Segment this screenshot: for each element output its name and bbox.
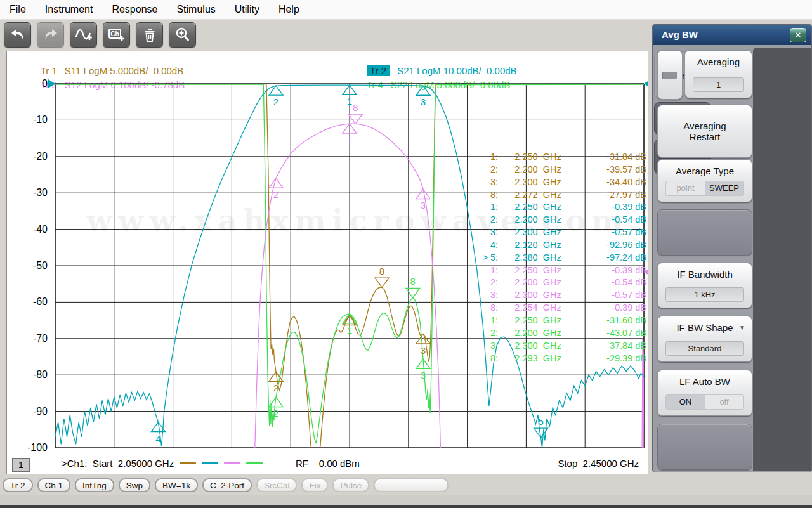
status-inttrig[interactable]: IntTrig <box>75 478 114 492</box>
average-type-button[interactable]: Average Type point SWEEP <box>657 159 752 202</box>
averaging-enable-button[interactable] <box>657 50 683 100</box>
panel-close-button[interactable]: × <box>790 28 806 42</box>
panel-title-bar: Avg BW × <box>653 25 811 45</box>
redo-icon <box>43 27 59 42</box>
add-trace-icon <box>75 27 93 43</box>
chevron-down-icon: ▼ <box>739 324 745 331</box>
trash-icon <box>142 27 157 42</box>
blank-softkey-1 <box>657 209 752 256</box>
marker-row: 8:2.272 GHz-27.97 dB <box>462 189 650 202</box>
averaging-label: Averaging <box>685 56 752 67</box>
menu-file[interactable]: File <box>0 4 36 15</box>
trace2-legend-dash <box>202 462 218 464</box>
if-bandwidth-button[interactable]: IF Bandwidth 1 kHz <box>657 263 752 308</box>
menu-help[interactable]: Help <box>269 4 309 15</box>
reference-level-arrow <box>48 79 55 88</box>
blank-softkey-2 <box>657 424 752 470</box>
marker-label-8: 8 <box>379 266 384 277</box>
bottom-strip <box>0 495 812 506</box>
svg-text:Ch: Ch <box>110 30 119 37</box>
undo-button[interactable] <box>4 22 31 48</box>
marker-row: 1:2.250 GHz-31.60 dB <box>462 315 650 327</box>
marker-label-2: 2 <box>273 408 278 419</box>
status-pulse[interactable]: Pulse <box>332 478 369 492</box>
status-bar: Tr 2Ch 1IntTrigSwpBW=1kC 2-PortSrcCalFix… <box>0 477 812 493</box>
marker-triangle-3 <box>416 334 430 344</box>
add-channel-button[interactable]: Ch <box>103 22 130 48</box>
channel-footer: 1 >Ch1: Start 2.05000 GHz RF 0.00 dBm St… <box>7 456 648 474</box>
status-srccal[interactable]: SrcCal <box>256 478 298 492</box>
marker-label-4: 4 <box>155 433 160 444</box>
marker-row: 2:2.200 GHz-39.57 dB <box>462 164 650 176</box>
panel-tab-column <box>753 48 812 471</box>
bottom-edge <box>0 505 812 508</box>
marker-label-1: 1 <box>347 134 352 145</box>
if-bw-shape-button[interactable]: IF BW Shape ▼ Standard <box>657 316 752 362</box>
average-type-point[interactable]: point <box>666 181 705 195</box>
panel-title: Avg BW <box>662 29 698 40</box>
stimulus-stop: Stop 2.45000 GHz <box>558 458 639 469</box>
marker-row: 3:2.300 GHz-34.40 dB <box>462 176 650 189</box>
averaging-button[interactable]: Averaging 1 <box>684 50 752 98</box>
indicator-pill <box>662 72 677 79</box>
menu-stimulus[interactable]: Stimulus <box>167 4 225 15</box>
status-ch-1[interactable]: Ch 1 <box>37 478 71 492</box>
status-bw=1k[interactable]: BW=1k <box>155 478 198 492</box>
marker-label-1: 1 <box>347 96 352 107</box>
add-channel-icon: Ch <box>108 27 126 43</box>
start-label: >Ch1: Start 2.05000 GHz <box>62 458 174 469</box>
if-bandwidth-value: 1 kHz <box>665 287 744 302</box>
if-bw-shape-value: Standard <box>665 341 744 356</box>
average-type-label: Average Type <box>658 166 752 176</box>
lf-auto-bw-label: LF Auto BW <box>658 376 752 387</box>
marker-label-3: 3 <box>421 96 426 107</box>
status-c-2-port[interactable]: C 2-Port <box>202 478 252 492</box>
marker-row: 3:2.300 GHz-37.84 dB <box>462 340 650 353</box>
add-trace-button[interactable] <box>70 22 97 48</box>
average-type-sweep[interactable]: SWEEP <box>705 181 743 195</box>
status-tr-2[interactable]: Tr 2 <box>3 478 33 492</box>
marker-row: 8:2.254 GHz-0.39 dB <box>462 302 650 315</box>
marker-label-3: 3 <box>421 345 426 356</box>
lf-auto-bw-off[interactable]: off <box>705 395 743 409</box>
menu-instrument[interactable]: Instrument <box>36 4 103 15</box>
marker-triangle-8 <box>375 278 389 287</box>
trace4-legend-dash <box>246 462 263 464</box>
averaging-value: 1 <box>693 77 744 92</box>
status-swp[interactable]: Swp <box>119 478 150 492</box>
delete-trace-button[interactable] <box>136 22 163 48</box>
marker-label-8: 8 <box>353 102 358 113</box>
averaging-restart-label: Averaging Restart <box>683 120 726 142</box>
marker-row: 1:2.250 GHz-0.39 dB <box>462 264 650 277</box>
status-blank[interactable] <box>374 478 449 492</box>
redo-button[interactable] <box>37 22 64 48</box>
averaging-restart-button[interactable]: Averaging Restart <box>657 105 752 158</box>
marker-label-8: 8 <box>410 276 416 287</box>
marker-triangle-8 <box>406 288 420 297</box>
trace1-legend-dash <box>180 462 196 464</box>
marker-row: 4:2.120 GHz-92.96 dB <box>462 239 650 252</box>
marker-row: 3:2.300 GHz-0.57 dB <box>462 226 650 239</box>
menu-utility[interactable]: Utility <box>225 4 269 15</box>
vna-app-window: FileInstrumentResponseStimulusUtilityHel… <box>0 0 812 508</box>
zoom-button[interactable] <box>169 22 196 48</box>
marker-label-2: 2 <box>273 96 278 107</box>
zoom-icon <box>174 27 191 43</box>
marker-readout-table: 1:2.250 GHz-31.84 dB2:2.200 GHz-39.57 dB… <box>462 151 650 365</box>
lf-auto-bw-on[interactable]: ON <box>666 395 705 409</box>
undo-icon <box>10 27 26 42</box>
marker-row: 3:2.300 GHz-0.57 dB <box>462 289 650 302</box>
marker-label-5: 5 <box>538 416 543 427</box>
status-fix[interactable]: Fix <box>301 478 328 492</box>
lf-auto-bw-button[interactable]: LF Auto BW ON off <box>657 370 752 416</box>
menu-response[interactable]: Response <box>102 4 167 15</box>
rf-power: RF 0.00 dBm <box>296 458 360 469</box>
marker-label-1: 1 <box>347 325 352 335</box>
marker-label-2: 2 <box>273 382 278 393</box>
marker-row: 2:2.200 GHz-43.07 dB <box>462 327 650 340</box>
toolbar: Ch <box>0 20 653 50</box>
average-type-toggle[interactable]: point SWEEP <box>665 181 744 196</box>
channel-tab[interactable]: 1 <box>12 458 30 472</box>
trace3-legend-dash <box>224 462 240 464</box>
lf-auto-bw-toggle[interactable]: ON off <box>665 394 744 410</box>
